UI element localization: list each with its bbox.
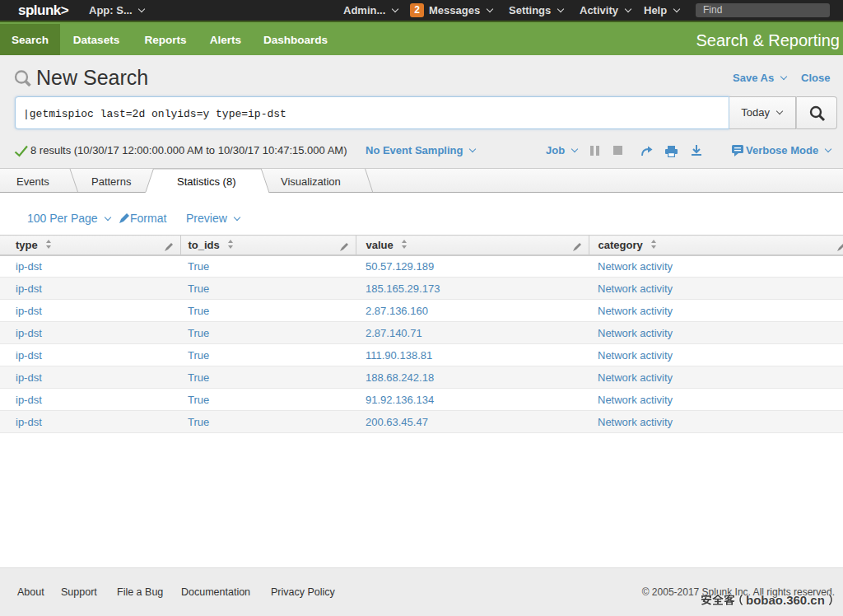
svg-text:bobao.360.cn: bobao.360.cn <box>746 593 825 607</box>
svg-text:Statistics (8): Statistics (8) <box>177 175 236 188</box>
svg-text:Visualization: Visualization <box>281 175 341 188</box>
svg-text:Events: Events <box>16 175 49 188</box>
svg-text:Patterns: Patterns <box>91 175 132 188</box>
